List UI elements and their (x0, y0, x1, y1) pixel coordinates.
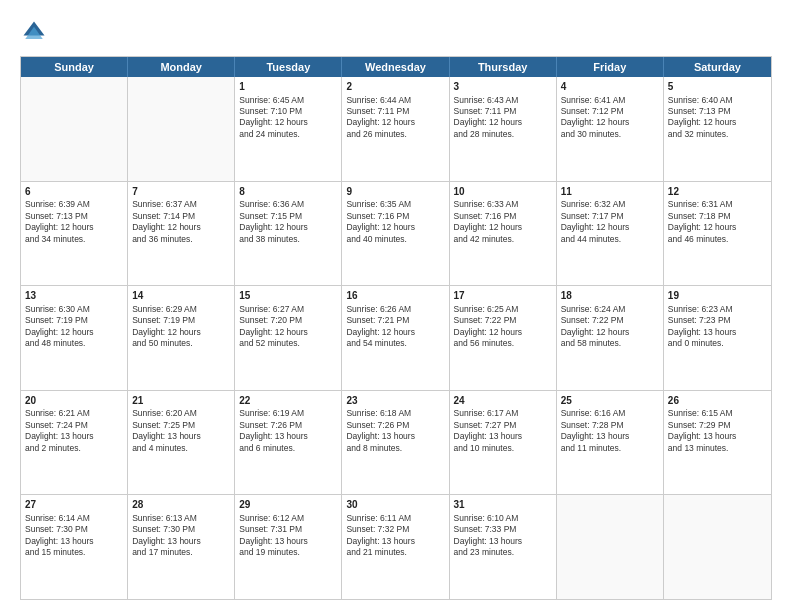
calendar-cell (21, 77, 128, 181)
day-info: Sunrise: 6:44 AM (346, 95, 444, 106)
calendar-cell: 12Sunrise: 6:31 AMSunset: 7:18 PMDayligh… (664, 182, 771, 286)
day-number: 23 (346, 394, 444, 408)
day-info: Sunset: 7:18 PM (668, 211, 767, 222)
day-info: Sunset: 7:11 PM (346, 106, 444, 117)
day-number: 3 (454, 80, 552, 94)
day-info: Daylight: 13 hours (25, 431, 123, 442)
day-info: Sunset: 7:29 PM (668, 420, 767, 431)
day-info: Sunrise: 6:37 AM (132, 199, 230, 210)
day-number: 9 (346, 185, 444, 199)
day-info: Sunset: 7:32 PM (346, 524, 444, 535)
day-number: 19 (668, 289, 767, 303)
day-info: and 32 minutes. (668, 129, 767, 140)
day-info: Sunset: 7:14 PM (132, 211, 230, 222)
day-number: 26 (668, 394, 767, 408)
day-info: Daylight: 12 hours (346, 222, 444, 233)
cal-header-friday: Friday (557, 57, 664, 77)
day-info: Sunset: 7:20 PM (239, 315, 337, 326)
calendar-cell: 3Sunrise: 6:43 AMSunset: 7:11 PMDaylight… (450, 77, 557, 181)
day-number: 30 (346, 498, 444, 512)
day-info: Sunrise: 6:27 AM (239, 304, 337, 315)
calendar-week-2: 6Sunrise: 6:39 AMSunset: 7:13 PMDaylight… (21, 181, 771, 286)
day-number: 12 (668, 185, 767, 199)
day-number: 27 (25, 498, 123, 512)
day-info: and 52 minutes. (239, 338, 337, 349)
day-number: 4 (561, 80, 659, 94)
day-info: and 36 minutes. (132, 234, 230, 245)
day-number: 18 (561, 289, 659, 303)
calendar-cell: 4Sunrise: 6:41 AMSunset: 7:12 PMDaylight… (557, 77, 664, 181)
day-info: Sunset: 7:19 PM (25, 315, 123, 326)
day-info: Sunset: 7:26 PM (239, 420, 337, 431)
day-info: Daylight: 12 hours (132, 222, 230, 233)
calendar-cell: 22Sunrise: 6:19 AMSunset: 7:26 PMDayligh… (235, 391, 342, 495)
day-info: Sunset: 7:27 PM (454, 420, 552, 431)
page: SundayMondayTuesdayWednesdayThursdayFrid… (0, 0, 792, 612)
day-info: Sunset: 7:21 PM (346, 315, 444, 326)
day-info: Daylight: 13 hours (454, 431, 552, 442)
calendar-cell: 17Sunrise: 6:25 AMSunset: 7:22 PMDayligh… (450, 286, 557, 390)
day-info: Daylight: 12 hours (346, 117, 444, 128)
calendar-week-1: 1Sunrise: 6:45 AMSunset: 7:10 PMDaylight… (21, 77, 771, 181)
day-info: Sunrise: 6:25 AM (454, 304, 552, 315)
calendar-cell: 5Sunrise: 6:40 AMSunset: 7:13 PMDaylight… (664, 77, 771, 181)
day-info: Sunset: 7:11 PM (454, 106, 552, 117)
calendar-cell: 11Sunrise: 6:32 AMSunset: 7:17 PMDayligh… (557, 182, 664, 286)
day-number: 29 (239, 498, 337, 512)
header (20, 18, 772, 46)
day-info: Daylight: 13 hours (239, 431, 337, 442)
day-info: and 56 minutes. (454, 338, 552, 349)
day-info: Sunset: 7:23 PM (668, 315, 767, 326)
calendar-cell: 14Sunrise: 6:29 AMSunset: 7:19 PMDayligh… (128, 286, 235, 390)
calendar-cell: 16Sunrise: 6:26 AMSunset: 7:21 PMDayligh… (342, 286, 449, 390)
calendar-header-row: SundayMondayTuesdayWednesdayThursdayFrid… (21, 57, 771, 77)
day-info: Sunrise: 6:21 AM (25, 408, 123, 419)
day-info: Daylight: 13 hours (454, 536, 552, 547)
day-info: and 42 minutes. (454, 234, 552, 245)
day-info: Sunrise: 6:11 AM (346, 513, 444, 524)
day-info: Daylight: 13 hours (346, 431, 444, 442)
day-info: and 30 minutes. (561, 129, 659, 140)
day-number: 20 (25, 394, 123, 408)
day-info: and 21 minutes. (346, 547, 444, 558)
day-info: Sunset: 7:13 PM (668, 106, 767, 117)
day-info: Sunrise: 6:24 AM (561, 304, 659, 315)
day-number: 17 (454, 289, 552, 303)
calendar-cell: 2Sunrise: 6:44 AMSunset: 7:11 PMDaylight… (342, 77, 449, 181)
day-number: 16 (346, 289, 444, 303)
day-info: Daylight: 13 hours (132, 431, 230, 442)
day-info: and 44 minutes. (561, 234, 659, 245)
day-info: and 48 minutes. (25, 338, 123, 349)
day-info: Sunrise: 6:13 AM (132, 513, 230, 524)
calendar-cell: 1Sunrise: 6:45 AMSunset: 7:10 PMDaylight… (235, 77, 342, 181)
day-info: Daylight: 12 hours (454, 222, 552, 233)
calendar-week-3: 13Sunrise: 6:30 AMSunset: 7:19 PMDayligh… (21, 285, 771, 390)
calendar-cell (128, 77, 235, 181)
day-info: and 23 minutes. (454, 547, 552, 558)
cal-header-monday: Monday (128, 57, 235, 77)
day-info: and 15 minutes. (25, 547, 123, 558)
day-info: Sunset: 7:16 PM (346, 211, 444, 222)
day-number: 21 (132, 394, 230, 408)
calendar-cell: 27Sunrise: 6:14 AMSunset: 7:30 PMDayligh… (21, 495, 128, 599)
day-info: Sunrise: 6:17 AM (454, 408, 552, 419)
day-number: 25 (561, 394, 659, 408)
day-info: Daylight: 13 hours (25, 536, 123, 547)
day-info: Sunset: 7:10 PM (239, 106, 337, 117)
day-info: Daylight: 12 hours (454, 117, 552, 128)
day-info: Sunset: 7:30 PM (132, 524, 230, 535)
day-info: and 4 minutes. (132, 443, 230, 454)
day-info: and 10 minutes. (454, 443, 552, 454)
day-info: Sunrise: 6:35 AM (346, 199, 444, 210)
day-info: Sunrise: 6:45 AM (239, 95, 337, 106)
day-info: Daylight: 12 hours (561, 327, 659, 338)
day-info: Daylight: 13 hours (132, 536, 230, 547)
day-info: Daylight: 12 hours (454, 327, 552, 338)
day-number: 13 (25, 289, 123, 303)
day-number: 1 (239, 80, 337, 94)
day-info: and 40 minutes. (346, 234, 444, 245)
day-info: Daylight: 13 hours (239, 536, 337, 547)
day-info: and 17 minutes. (132, 547, 230, 558)
day-number: 6 (25, 185, 123, 199)
day-info: Sunrise: 6:43 AM (454, 95, 552, 106)
